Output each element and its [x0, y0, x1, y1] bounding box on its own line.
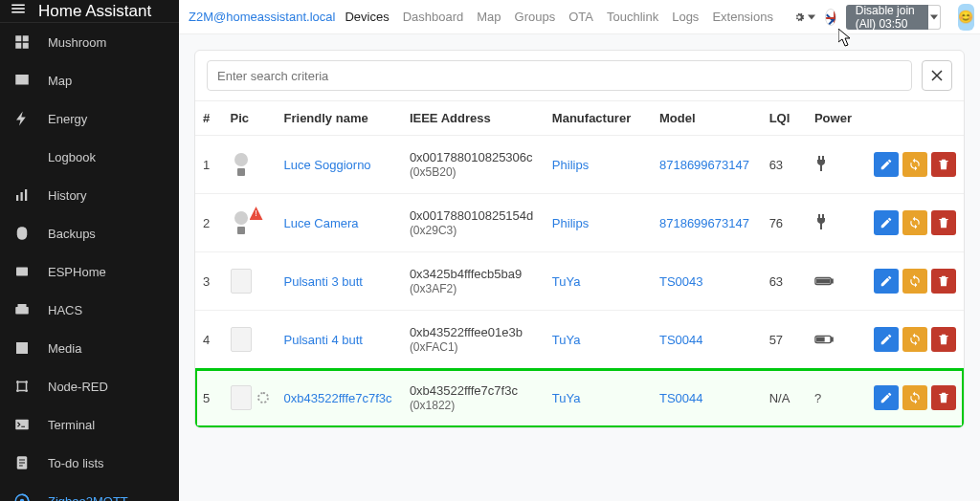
delete-button[interactable]: [931, 269, 956, 294]
th-model[interactable]: Model: [652, 101, 762, 136]
svg-rect-9: [15, 307, 29, 315]
delete-button[interactable]: [931, 385, 956, 410]
manufacturer-link[interactable]: Philips: [552, 216, 589, 230]
svg-rect-15: [15, 420, 29, 430]
reconfigure-button[interactable]: [902, 327, 927, 352]
sidebar-item-backups[interactable]: Backups: [0, 214, 179, 252]
model-link[interactable]: 8718699673147: [659, 158, 749, 172]
nav-map[interactable]: Map: [477, 10, 501, 24]
delete-button[interactable]: [931, 210, 956, 235]
svg-rect-4: [16, 195, 18, 201]
rename-button[interactable]: [874, 269, 899, 294]
cell-addr: 0x3425b4fffecb5ba9(0x3AF2): [402, 252, 545, 311]
delete-button[interactable]: [931, 152, 956, 177]
device-name-link[interactable]: Luce Soggiorno: [284, 158, 371, 172]
power-icon: ?: [807, 369, 866, 427]
reconfigure-button[interactable]: [902, 385, 927, 410]
th-pic[interactable]: Pic: [223, 101, 277, 136]
sidebar-item-esphome[interactable]: ESPHome: [0, 252, 179, 291]
svg-rect-5: [21, 192, 23, 201]
cell-num: 3: [195, 252, 223, 311]
th-name[interactable]: Friendly name: [277, 101, 402, 136]
manufacturer-link[interactable]: Philips: [552, 158, 589, 172]
device-name-link[interactable]: Luce Camera: [284, 216, 359, 230]
sidebar-item-hacs[interactable]: HACS: [0, 291, 179, 329]
power-icon: [807, 311, 866, 369]
avatar[interactable]: 😊: [958, 4, 974, 31]
nav-dashboard[interactable]: Dashboard: [403, 10, 464, 24]
sidebar-item-label: History: [48, 188, 86, 203]
manufacturer-link[interactable]: TuYa: [552, 391, 581, 405]
table-row: 4Pulsanti 4 butt0xb43522fffee01e3b(0xFAC…: [195, 311, 964, 369]
cell-num: 4: [195, 311, 223, 369]
host-link[interactable]: Z2M@homeassistant.local: [189, 10, 335, 24]
cell-addr: 0xb43522fffee01e3b(0xFAC1): [402, 311, 545, 369]
device-pic: [231, 266, 269, 296]
cell-num: 1: [195, 136, 223, 194]
nav-groups[interactable]: Groups: [515, 10, 556, 24]
rename-button[interactable]: [874, 385, 899, 410]
model-link[interactable]: TS0044: [659, 333, 703, 347]
svg-point-14: [25, 389, 28, 392]
manufacturer-link[interactable]: TuYa: [552, 333, 581, 347]
sidebar-item-media[interactable]: Media: [0, 329, 179, 367]
sidebar-item-label: Zigbee2MQTT: [48, 494, 128, 502]
disable-join-button[interactable]: Disable join (All) 03:50: [846, 5, 929, 30]
model-link[interactable]: TS0044: [659, 391, 703, 405]
device-name-link[interactable]: Pulsanti 3 butt: [284, 274, 363, 289]
device-name-link[interactable]: 0xb43522fffe7c7f3c: [284, 391, 392, 405]
language-flag-icon[interactable]: [825, 9, 836, 26]
sidebar-item-to-do-lists[interactable]: To-do lists: [0, 444, 179, 482]
settings-gear-icon[interactable]: [792, 11, 815, 24]
sidebar-item-label: Logbook: [48, 150, 96, 164]
nav-touchlink[interactable]: Touchlink: [607, 10, 658, 24]
disable-join-dropdown[interactable]: [928, 5, 941, 30]
sidebar-icon: [13, 454, 31, 471]
sidebar-item-mushroom[interactable]: Mushroom: [0, 23, 179, 61]
nav-logs[interactable]: Logs: [672, 10, 699, 24]
cell-addr: 0x001788010825154d(0x29C3): [402, 194, 545, 252]
nav-devices[interactable]: Devices: [345, 10, 389, 24]
sidebar-item-node-red[interactable]: Node-RED: [0, 367, 179, 405]
menu-icon[interactable]: [10, 0, 27, 22]
sidebar-item-zigbee2mqtt[interactable]: Zigbee2MQTT: [0, 482, 179, 501]
sidebar-item-history[interactable]: History: [0, 176, 179, 214]
sidebar-icon: [13, 186, 31, 204]
rename-button[interactable]: [874, 327, 899, 352]
th-addr[interactable]: IEEE Address: [402, 101, 545, 136]
reconfigure-button[interactable]: [902, 269, 927, 294]
sidebar-item-terminal[interactable]: Terminal: [0, 405, 179, 444]
search-row: [195, 51, 964, 101]
model-link[interactable]: TS0043: [659, 274, 703, 289]
device-name-link[interactable]: Pulsanti 4 butt: [284, 333, 363, 347]
device-pic: [231, 149, 269, 180]
sidebar-item-energy[interactable]: Energy: [0, 99, 179, 138]
rename-button[interactable]: [874, 210, 899, 235]
svg-rect-24: [817, 338, 824, 341]
nav-ota[interactable]: OTA: [568, 10, 593, 24]
cell-num: 2: [195, 194, 223, 252]
th-man[interactable]: Manufacturer: [545, 101, 652, 136]
sidebar-icon: [13, 148, 31, 165]
sidebar-item-logbook[interactable]: Logbook: [0, 138, 179, 176]
svg-rect-20: [831, 279, 833, 283]
nav-extensions[interactable]: Extensions: [712, 10, 773, 24]
sidebar-item-label: Map: [48, 74, 72, 88]
th-num[interactable]: #: [195, 101, 223, 136]
svg-point-11: [16, 381, 19, 383]
reconfigure-button[interactable]: [902, 210, 927, 235]
delete-button[interactable]: [931, 327, 956, 352]
search-input[interactable]: [207, 60, 912, 91]
close-icon[interactable]: [922, 60, 952, 91]
devices-card: # Pic Friendly name IEEE Address Manufac…: [194, 50, 965, 428]
sidebar-item-map[interactable]: Map: [0, 61, 179, 99]
rename-button[interactable]: [874, 152, 899, 177]
sidebar-item-label: ESPHome: [48, 265, 106, 279]
model-link[interactable]: 8718699673147: [659, 216, 749, 230]
th-power[interactable]: Power: [807, 101, 866, 136]
reconfigure-button[interactable]: [902, 152, 927, 177]
cell-lqi: 63: [762, 136, 807, 194]
svg-rect-23: [831, 338, 833, 341]
th-lqi[interactable]: LQI: [762, 101, 807, 136]
manufacturer-link[interactable]: TuYa: [552, 274, 581, 289]
